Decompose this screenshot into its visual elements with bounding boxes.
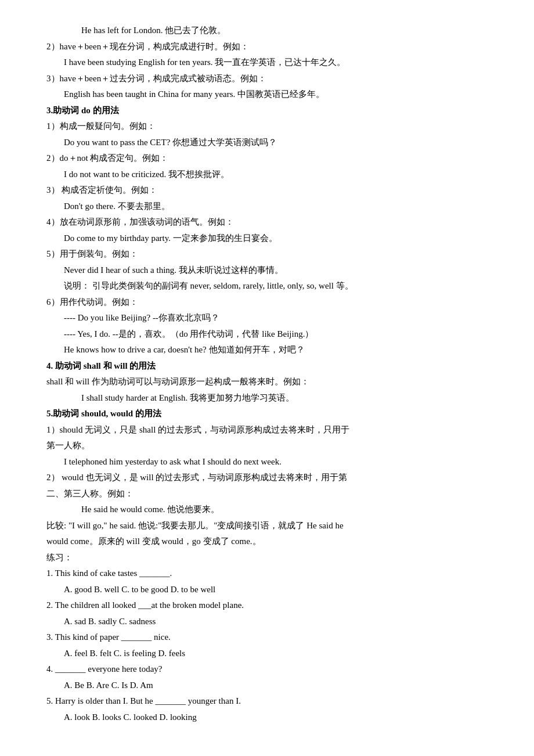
text-line: 1）should 无词义，只是 shall 的过去形式，与动词原形构成过去将来时…: [46, 423, 499, 438]
text-line: He said he would come. 他说他要来。: [46, 502, 499, 517]
text-line: would come。原来的 will 变成 would，go 变成了 come…: [46, 534, 499, 549]
text-line: I have been studying English for ten yea…: [46, 55, 499, 70]
text-line: I shall study harder at English. 我将更加努力地…: [46, 391, 499, 406]
text-line: He knows how to drive a car, doesn't he?…: [46, 343, 499, 358]
text-line: 练习：: [46, 550, 499, 566]
text-line: 4）放在动词原形前，加强该动词的语气。例如：: [46, 215, 499, 230]
text-line: A. sad B. sadly C. sadness: [46, 614, 499, 629]
text-line: I telephoned him yesterday to ask what I…: [46, 455, 499, 470]
text-line: 2）have＋been＋现在分词，构成完成进行时。例如：: [46, 39, 499, 55]
text-line: 6）用作代动词。例如：: [46, 295, 499, 310]
text-line: 3）have＋been＋过去分词，构成完成式被动语态。例如：: [46, 71, 499, 87]
text-line: 二、第三人称。例如：: [46, 487, 499, 502]
text-line: 2）do＋not 构成否定句。例如：: [46, 151, 499, 166]
main-content: He has left for London. 他已去了伦敦。2）have＋be…: [46, 23, 499, 725]
text-line: 2. The children all looked ___at the bro…: [46, 598, 499, 613]
text-line: 比较: "I will go," he said. 他说:"我要去那儿。"变成间…: [46, 519, 499, 534]
text-line: 4. _______ everyone here today?: [46, 662, 499, 677]
text-line: ---- Do you like Beijing? --你喜欢北京吗？: [46, 311, 499, 326]
text-line: 3.助动词 do 的用法: [46, 103, 499, 118]
text-line: 说明： 引导此类倒装句的副词有 never, seldom, rarely, l…: [46, 279, 499, 294]
text-line: A. Be B. Are C. Is D. Am: [46, 678, 499, 693]
text-line: 2） would 也无词义，是 will 的过去形式，与动词原形构成过去将来时，…: [46, 470, 499, 485]
text-line: A. look B. looks C. looked D. looking: [46, 710, 499, 725]
text-line: A. feel B. felt C. is feeling D. feels: [46, 646, 499, 661]
text-line: 5）用于倒装句。例如：: [46, 247, 499, 262]
text-line: 1. This kind of cake tastes _______.: [46, 566, 499, 581]
text-line: 5. Harry is older than I. But he _______…: [46, 694, 499, 709]
text-line: 1）构成一般疑问句。例如：: [46, 119, 499, 134]
text-line: shall 和 will 作为助动词可以与动词原形一起构成一般将来时。例如：: [46, 375, 499, 390]
text-line: 5.助动词 should, would 的用法: [46, 406, 499, 422]
text-line: English has been taught in China for man…: [46, 87, 499, 102]
text-line: Do you want to pass the CET? 你想通过大学英语测试吗…: [46, 135, 499, 150]
text-line: 3. This kind of paper _______ nice.: [46, 630, 499, 645]
text-line: Never did I hear of such a thing. 我从未听说过…: [46, 263, 499, 278]
text-line: A. good B. well C. to be good D. to be w…: [46, 582, 499, 597]
text-line: Don't go there. 不要去那里。: [46, 199, 499, 214]
text-line: 第一人称。: [46, 438, 499, 453]
text-line: 4. 助动词 shall 和 will 的用法: [46, 359, 499, 374]
text-line: Do come to my birthday party. 一定来参加我的生日宴…: [46, 231, 499, 246]
text-line: 3） 构成否定祈使句。例如：: [46, 183, 499, 198]
text-line: I do not want to be criticized. 我不想挨批评。: [46, 167, 499, 182]
text-line: He has left for London. 他已去了伦敦。: [46, 23, 499, 38]
text-line: ---- Yes, I do. --是的，喜欢。（do 用作代动词，代替 lik…: [46, 327, 499, 342]
